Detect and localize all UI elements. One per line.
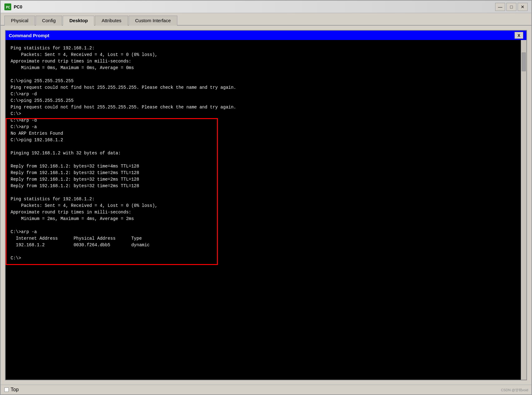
cmd-line: Packets: Sent = 4, Received = 4, Lost = … [11,52,516,58]
cmd-line [11,71,516,78]
cmd-line: Reply from 192.168.1.2: bytes=32 time=2m… [11,176,516,183]
cmd-line: C:\> [11,255,516,262]
cmd-line: C:\>arp -a [11,229,516,235]
main-window: PC PC0 — □ ✕ PhysicalConfigDesktopAttrib… [0,0,532,395]
cmd-line [11,248,516,255]
tab-physical[interactable]: Physical [4,16,35,26]
top-checkbox[interactable] [4,388,9,392]
cmd-line [11,157,516,163]
cmd-line [11,222,516,229]
cmd-line: C:\>arp -d [11,91,516,98]
cmd-body: Ping statistics for 192.168.1.2: Packets… [6,40,526,380]
cmd-line: C:\> [11,111,516,117]
cmd-scrollbar[interactable] [521,40,526,380]
top-label: Top [11,387,19,392]
cmd-line: Ping statistics for 192.168.1.2: [11,45,516,52]
minimize-button[interactable]: — [495,3,505,11]
window-title: PC0 [14,4,495,9]
maximize-button[interactable]: □ [506,3,516,11]
cmd-line: Approximate round trip times in milli-se… [11,209,516,216]
cmd-line: C:\>arp -a [11,124,516,130]
cmd-line: Minimum = 0ms, Maximum = 0ms, Average = … [11,65,516,71]
cmd-line: No ARP Entries Found [11,130,516,137]
cmd-line: C:\>ping 192.168.1.2 [11,137,516,143]
bottom-bar: Top [1,385,531,394]
cmd-line: Reply from 192.168.1.2: bytes=32 time=2m… [11,183,516,189]
title-bar: PC PC0 — □ ✕ [1,1,531,13]
cmd-line: Pinging 192.168.1.2 with 32 bytes of dat… [11,150,516,157]
cmd-line: Reply from 192.168.1.2: bytes=32 time=2m… [11,170,516,176]
svg-text:PC: PC [6,5,10,9]
cmd-line [11,143,516,150]
tab-desktop[interactable]: Desktop [63,16,94,26]
cmd-line: Approximate round trip times in milli-se… [11,58,516,65]
cmd-line: Ping request could not find host 255.255… [11,104,516,111]
cmd-title-bar: Command Prompt X [6,31,526,40]
content-area: Command Prompt X Ping statistics for 192… [1,26,531,385]
watermark: CSDN @甘明void [501,388,528,392]
cmd-line: C:\>ping 255.255.255.255 [11,98,516,104]
cmd-line: C:\>arp -d [11,117,516,124]
cmd-line: Packets: Sent = 4, Received = 4, Lost = … [11,202,516,209]
tabs-bar: PhysicalConfigDesktopAttributesCustom In… [1,13,531,26]
cmd-close-button[interactable]: X [515,32,523,39]
cmd-title-text: Command Prompt [9,33,49,38]
command-prompt-window: Command Prompt X Ping statistics for 192… [5,30,527,380]
cmd-line: Internet Address Physical Address Type [11,235,516,242]
cmd-line: Reply from 192.168.1.2: bytes=32 time=4m… [11,163,516,170]
cmd-line [11,189,516,196]
window-controls: — □ ✕ [495,3,528,11]
cmd-line: C:\>ping 255.255.255.255 [11,78,516,84]
app-icon: PC [4,3,11,10]
cmd-line: Ping statistics for 192.168.1.2: [11,196,516,202]
cmd-line: Minimum = 2ms, Maximum = 4ms, Average = … [11,216,516,222]
scrollbar-thumb[interactable] [522,52,526,71]
cmd-line: 192.168.1.2 0030.f264.dbb5 dynamic [11,242,516,248]
close-button[interactable]: ✕ [518,3,528,11]
tab-config[interactable]: Config [36,16,62,26]
cmd-text-area[interactable]: Ping statistics for 192.168.1.2: Packets… [6,40,521,380]
tab-attributes[interactable]: Attributes [95,16,128,26]
tab-custom-interface[interactable]: Custom Interface [129,16,177,26]
cmd-line: Ping request could not find host 255.255… [11,84,516,91]
